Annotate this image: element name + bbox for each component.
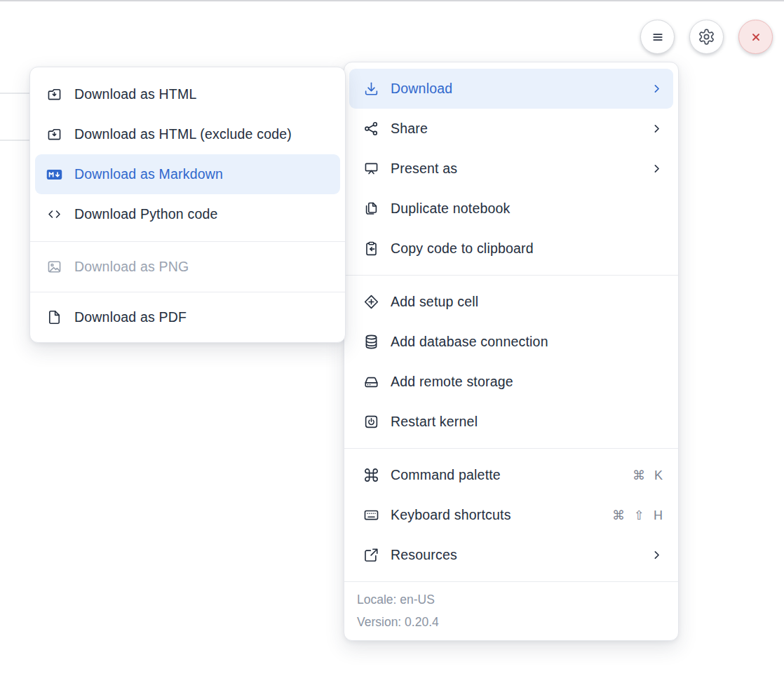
menu-item-label: Add setup cell (391, 294, 663, 310)
menu-item-copy-code[interactable]: Copy code to clipboard (349, 229, 673, 269)
menu-item-share[interactable]: Share (349, 109, 673, 149)
menu-item-label: Duplicate notebook (391, 201, 663, 217)
hard-drive-icon (363, 374, 379, 390)
clipboard-arrow-icon (363, 241, 379, 257)
top-border (0, 0, 784, 1)
menu-item-label: Add database connection (391, 334, 663, 350)
diamond-plus-icon (363, 294, 379, 310)
menu-item-label: Download as PDF (74, 309, 330, 325)
submenu-item-download-as-pdf[interactable]: Download as PDF (35, 297, 340, 337)
markdown-badge-icon (46, 166, 62, 182)
menu-section-notebook: Download Share Present as (344, 62, 678, 275)
menu-section-help: Command palette ⌘ K Keyboard shortcuts ⌘… (344, 449, 678, 581)
command-icon (363, 467, 379, 483)
chevron-right-icon (651, 123, 663, 135)
shortcut-hint: ⌘ ⇧ H (612, 508, 663, 523)
close-button[interactable] (738, 20, 773, 54)
menu-item-label: Download as PNG (74, 259, 330, 275)
menu-item-label: Download (391, 81, 640, 97)
file-icon (46, 309, 62, 325)
menu-button[interactable] (640, 20, 675, 54)
submenu-section-png: Download as PNG (30, 242, 345, 292)
menu-item-add-remote-storage[interactable]: Add remote storage (349, 362, 673, 402)
main-menu: Download Share Present as (344, 62, 679, 641)
x-icon (748, 29, 764, 46)
menu-item-label: Download Python code (74, 206, 330, 222)
hamburger-icon (649, 28, 667, 46)
menu-item-download[interactable]: Download (349, 69, 673, 109)
menu-section-cells: Add setup cell Add database connection A… (344, 276, 678, 448)
menu-item-label: Command palette (391, 467, 621, 483)
menu-item-restart-kernel[interactable]: Restart kernel (349, 402, 673, 442)
version-text: Version: 0.20.4 (357, 613, 665, 631)
chevron-right-icon (651, 549, 663, 561)
menu-item-label: Download as HTML (exclude code) (74, 126, 330, 142)
submenu-section-formats: Download as HTML Download as HTML (exclu… (30, 67, 345, 241)
floating-toolbar (640, 20, 773, 54)
menu-item-label: Share (391, 121, 640, 137)
locale-text: Locale: en-US (357, 590, 665, 609)
folder-download-icon (46, 126, 62, 142)
menu-item-label: Restart kernel (391, 414, 663, 430)
duplicate-pages-icon (363, 201, 379, 217)
menu-item-add-database-connection[interactable]: Add database connection (349, 322, 673, 362)
menu-item-present-as[interactable]: Present as (349, 149, 673, 189)
menu-item-resources[interactable]: Resources (349, 535, 673, 575)
power-square-icon (363, 414, 379, 430)
menu-item-keyboard-shortcuts[interactable]: Keyboard shortcuts ⌘ ⇧ H (349, 495, 673, 535)
database-icon (363, 334, 379, 350)
menu-item-label: Download as Markdown (74, 166, 330, 182)
chevron-right-icon (651, 83, 663, 95)
settings-button[interactable] (689, 20, 724, 54)
submenu-item-download-as-html[interactable]: Download as HTML (35, 74, 340, 114)
keyboard-icon (363, 507, 379, 523)
submenu-section-pdf: Download as PDF (30, 292, 345, 342)
page-divider-line (0, 93, 30, 94)
gear-icon (698, 28, 715, 46)
submenu-item-download-python-code[interactable]: Download Python code (35, 194, 340, 234)
menu-item-label: Copy code to clipboard (391, 241, 663, 257)
menu-item-label: Present as (391, 161, 640, 177)
presentation-icon (363, 161, 379, 177)
menu-footer: Locale: en-US Version: 0.20.4 (344, 582, 678, 640)
shortcut-hint: ⌘ K (633, 468, 663, 483)
menu-item-label: Resources (391, 547, 640, 563)
page-divider-line (0, 140, 30, 141)
menu-item-label: Add remote storage (391, 374, 663, 390)
submenu-item-download-as-png: Download as PNG (35, 247, 340, 287)
menu-item-add-setup-cell[interactable]: Add setup cell (349, 282, 673, 322)
share-icon (363, 121, 379, 137)
code-brackets-icon (46, 206, 62, 222)
submenu-item-download-as-html-exclude-code[interactable]: Download as HTML (exclude code) (35, 114, 340, 154)
download-submenu: Download as HTML Download as HTML (exclu… (29, 67, 346, 343)
menu-item-duplicate-notebook[interactable]: Duplicate notebook (349, 189, 673, 229)
chevron-right-icon (651, 163, 663, 175)
menu-item-label: Keyboard shortcuts (391, 507, 601, 523)
download-icon (363, 81, 379, 97)
submenu-item-download-as-markdown[interactable]: Download as Markdown (35, 154, 340, 194)
menu-item-command-palette[interactable]: Command palette ⌘ K (349, 455, 673, 495)
folder-download-icon (46, 86, 62, 102)
image-icon (46, 259, 62, 275)
external-link-icon (363, 547, 379, 563)
menu-item-label: Download as HTML (74, 86, 330, 102)
